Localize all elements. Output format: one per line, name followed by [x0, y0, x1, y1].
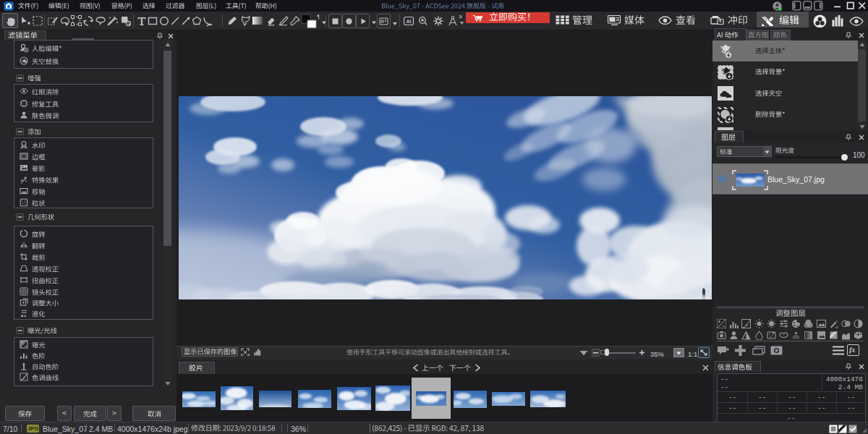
- svg-text:AI: AI: [407, 19, 412, 24]
